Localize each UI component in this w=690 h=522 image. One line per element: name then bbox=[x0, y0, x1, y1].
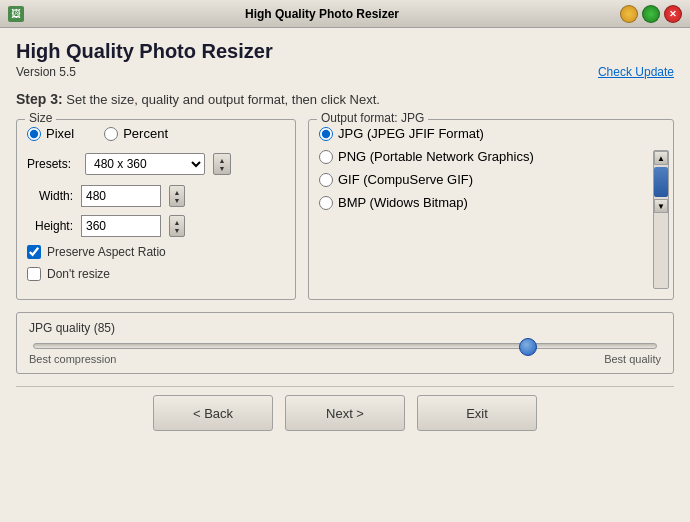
scroll-up-arrow[interactable]: ▲ bbox=[654, 151, 668, 165]
min-quality-label: Best compression bbox=[29, 353, 116, 365]
format-png-text: PNG (Portable Network Graphics) bbox=[338, 149, 534, 164]
scroll-thumb[interactable] bbox=[654, 167, 668, 197]
slider-labels: Best compression Best quality bbox=[29, 353, 661, 365]
format-gif-radio[interactable] bbox=[319, 173, 333, 187]
percent-label: Percent bbox=[123, 126, 168, 141]
preserve-aspect-row: Preserve Aspect Ratio bbox=[27, 245, 285, 259]
version-row: Version 5.5 Check Update bbox=[16, 65, 674, 79]
pixel-radio-label[interactable]: Pixel bbox=[27, 126, 74, 141]
spinner-down-arrow: ▼ bbox=[219, 165, 226, 172]
app-title: High Quality Photo Resizer bbox=[16, 40, 674, 63]
maximize-button[interactable] bbox=[642, 5, 660, 23]
format-png-radio[interactable] bbox=[319, 150, 333, 164]
format-scrollbar[interactable]: ▲ ▼ bbox=[653, 150, 669, 289]
presets-select[interactable]: 480 x 360 640 x 480 800 x 600 1024 x 768 bbox=[85, 153, 205, 175]
title-bar: 🖼 High Quality Photo Resizer ✕ bbox=[0, 0, 690, 28]
height-up-arrow: ▲ bbox=[174, 219, 181, 226]
format-bmp-radio[interactable] bbox=[319, 196, 333, 210]
percent-radio-label[interactable]: Percent bbox=[104, 126, 168, 141]
presets-row: Presets: 480 x 360 640 x 480 800 x 600 1… bbox=[27, 153, 285, 175]
height-row: Height: 360 ▲ ▼ bbox=[27, 215, 285, 237]
percent-radio[interactable] bbox=[104, 127, 118, 141]
quality-slider-track bbox=[33, 343, 657, 349]
pixel-radio[interactable] bbox=[27, 127, 41, 141]
format-gif-text: GIF (CompuServe GIF) bbox=[338, 172, 473, 187]
format-jpg-radio[interactable] bbox=[319, 127, 333, 141]
step-description: Set the size, quality and output format,… bbox=[66, 92, 380, 107]
size-panel: Size Pixel Percent Presets: 480 x 360 64… bbox=[16, 119, 296, 300]
preserve-aspect-label: Preserve Aspect Ratio bbox=[47, 245, 166, 259]
close-button[interactable]: ✕ bbox=[664, 5, 682, 23]
width-input[interactable]: 480 bbox=[81, 185, 161, 207]
presets-label: Presets: bbox=[27, 157, 77, 171]
app-icon: 🖼 bbox=[8, 6, 24, 22]
width-spinner[interactable]: ▲ ▼ bbox=[169, 185, 185, 207]
spinner-up-arrow: ▲ bbox=[219, 157, 226, 164]
presets-spinner[interactable]: ▲ ▼ bbox=[213, 153, 231, 175]
output-format-title: Output format: JPG bbox=[317, 111, 428, 125]
format-bmp-text: BMP (Widows Bitmap) bbox=[338, 195, 468, 210]
height-spinner[interactable]: ▲ ▼ bbox=[169, 215, 185, 237]
max-quality-label: Best quality bbox=[604, 353, 661, 365]
panels-row: Size Pixel Percent Presets: 480 x 360 64… bbox=[16, 119, 674, 300]
version-text: Version 5.5 bbox=[16, 65, 76, 79]
format-jpg-text: JPG (JPEG JFIF Format) bbox=[338, 126, 484, 141]
width-up-arrow: ▲ bbox=[174, 189, 181, 196]
step-label: Step 3: Set the size, quality and output… bbox=[16, 91, 674, 107]
format-png-label[interactable]: PNG (Portable Network Graphics) bbox=[319, 149, 643, 164]
slider-container bbox=[29, 343, 661, 349]
height-down-arrow: ▼ bbox=[174, 227, 181, 234]
main-window: High Quality Photo Resizer Version 5.5 C… bbox=[0, 28, 690, 522]
quality-panel: JPG quality (85) Best compression Best q… bbox=[16, 312, 674, 374]
format-jpg-label[interactable]: JPG (JPEG JFIF Format) bbox=[319, 126, 643, 141]
width-label: Width: bbox=[27, 189, 73, 203]
height-label: Height: bbox=[27, 219, 73, 233]
dont-resize-row: Don't resize bbox=[27, 267, 285, 281]
scroll-down-arrow[interactable]: ▼ bbox=[654, 199, 668, 213]
width-row: Width: 480 ▲ ▼ bbox=[27, 185, 285, 207]
output-format-panel: Output format: JPG JPG (JPEG JFIF Format… bbox=[308, 119, 674, 300]
preserve-aspect-checkbox[interactable] bbox=[27, 245, 41, 259]
step-number: Step 3: bbox=[16, 91, 63, 107]
width-down-arrow: ▼ bbox=[174, 197, 181, 204]
size-panel-title: Size bbox=[25, 111, 56, 125]
quality-header: JPG quality (85) bbox=[29, 321, 661, 335]
dont-resize-label: Don't resize bbox=[47, 267, 110, 281]
height-input[interactable]: 360 bbox=[81, 215, 161, 237]
dont-resize-checkbox[interactable] bbox=[27, 267, 41, 281]
check-update-link[interactable]: Check Update bbox=[598, 65, 674, 79]
window-controls: ✕ bbox=[620, 5, 682, 23]
next-button[interactable]: Next > bbox=[285, 395, 405, 431]
format-list: JPG (JPEG JFIF Format) PNG (Portable Net… bbox=[319, 126, 663, 210]
minimize-button[interactable] bbox=[620, 5, 638, 23]
size-type-row: Pixel Percent bbox=[27, 126, 285, 141]
format-gif-label[interactable]: GIF (CompuServe GIF) bbox=[319, 172, 643, 187]
bottom-bar: < Back Next > Exit bbox=[16, 386, 674, 431]
pixel-label: Pixel bbox=[46, 126, 74, 141]
window-title: High Quality Photo Resizer bbox=[24, 7, 620, 21]
format-bmp-label[interactable]: BMP (Widows Bitmap) bbox=[319, 195, 643, 210]
back-button[interactable]: < Back bbox=[153, 395, 273, 431]
exit-button[interactable]: Exit bbox=[417, 395, 537, 431]
